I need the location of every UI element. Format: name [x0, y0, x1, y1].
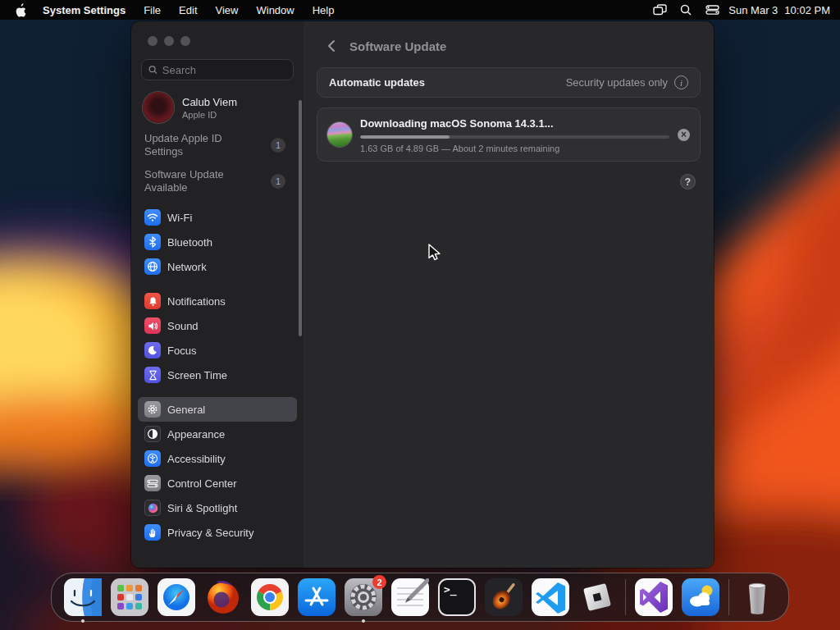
dock-vscode[interactable]	[532, 578, 569, 616]
dock-chrome[interactable]	[251, 578, 289, 616]
sidebar-item-label: Accessibility	[167, 453, 226, 465]
dock-visual-studio[interactable]	[635, 578, 673, 616]
download-progress-bar	[360, 135, 669, 139]
accessibility-icon	[144, 450, 161, 467]
sidebar-item-label: Privacy & Security	[167, 527, 253, 539]
sidebar-item-accessibility[interactable]: Accessibility	[138, 446, 297, 471]
dock-finder[interactable]	[64, 578, 102, 616]
sidebar-item-general[interactable]: General	[138, 397, 297, 422]
automatic-updates-row[interactable]: Automatic updates Security updates only …	[317, 67, 701, 98]
notice-label: Update Apple ID Settings	[144, 132, 259, 158]
download-status: 1.63 GB of 4.89 GB — About 2 minutes rem…	[360, 144, 669, 153]
sidebar-item-privacy-security[interactable]: Privacy & Security	[138, 520, 297, 545]
search-input[interactable]	[162, 64, 286, 76]
sidebar-item-label: Control Center	[167, 477, 237, 490]
sidebar-search[interactable]	[141, 59, 294, 80]
pane-header: Software Update	[304, 21, 714, 57]
dock-system-settings[interactable]: 2	[345, 578, 382, 616]
sidebar-scrollbar[interactable]	[299, 100, 302, 336]
dock-roblox[interactable]	[578, 578, 616, 616]
sidebar-item-label: Focus	[167, 345, 196, 357]
dock-terminal[interactable]: >_	[438, 578, 476, 616]
system-settings-window: Calub Viem Apple ID Update Apple ID Sett…	[131, 21, 714, 568]
spotlight-search-icon[interactable]	[676, 2, 696, 17]
macos-sonoma-icon	[327, 122, 352, 147]
dock-app-store[interactable]	[298, 578, 336, 616]
stage-manager-icon[interactable]	[650, 2, 669, 17]
back-button[interactable]	[323, 38, 340, 54]
notice-badge: 1	[271, 138, 285, 153]
search-icon	[148, 65, 158, 75]
hourglass-icon	[144, 367, 161, 383]
automatic-updates-value: Security updates only	[566, 76, 668, 89]
info-icon[interactable]: i	[674, 75, 688, 89]
help-button[interactable]: ?	[680, 174, 696, 189]
notice-badge: 1	[271, 174, 285, 189]
dock-garageband[interactable]	[485, 578, 523, 616]
dock-weather[interactable]	[682, 578, 719, 616]
globe-icon	[144, 258, 161, 275]
apple-menu[interactable]	[8, 3, 33, 17]
sidebar-item-label: Siri & Spotlight	[167, 502, 237, 514]
sidebar-item-label: Notifications	[167, 295, 226, 308]
sidebar-item-control-center[interactable]: Control Center	[138, 471, 297, 495]
cancel-download-button[interactable]: ×	[678, 129, 690, 141]
dock-launchpad[interactable]	[111, 578, 148, 616]
sidebar-item-siri-spotlight[interactable]: Siri & Spotlight	[138, 495, 297, 520]
sidebar-item-label: General	[167, 404, 205, 416]
sidebar-item-label: Bluetooth	[167, 236, 212, 249]
menu-file[interactable]: File	[135, 4, 169, 16]
menu-window[interactable]: Window	[248, 4, 302, 16]
close-button[interactable]	[148, 36, 158, 46]
minimize-button[interactable]	[164, 36, 174, 46]
profile-name: Calub Viem	[182, 96, 237, 108]
sidebar-item-bluetooth[interactable]: Bluetooth	[138, 230, 297, 254]
dock-notes[interactable]	[391, 578, 429, 616]
sidebar-item-network[interactable]: Network	[138, 254, 297, 279]
gear-icon	[144, 401, 161, 418]
download-title: Downloading macOS Sonoma 14.3.1...	[360, 117, 669, 130]
notice-software-update[interactable]: Software Update Available 1	[144, 167, 292, 195]
chevron-left-icon	[327, 39, 336, 52]
bluetooth-icon	[144, 234, 161, 250]
sidebar-item-label: Wi-Fi	[167, 212, 192, 224]
menu-clock[interactable]: Sun Mar 3 10:02 PM	[728, 4, 830, 16]
mouse-cursor	[428, 244, 442, 262]
menu-time: 10:02 PM	[784, 4, 830, 16]
dock-trash[interactable]	[738, 578, 776, 616]
control-center-tile-icon	[144, 475, 161, 491]
sidebar-item-appearance[interactable]: Appearance	[138, 422, 297, 446]
dock-divider	[625, 579, 626, 615]
siri-orb-icon	[144, 500, 161, 516]
dock-firefox[interactable]	[204, 578, 242, 616]
control-center-icon[interactable]	[702, 2, 722, 17]
download-card: Downloading macOS Sonoma 14.3.1... 1.63 …	[317, 107, 701, 162]
menu-app-name[interactable]: System Settings	[34, 4, 134, 16]
apple-logo-icon	[15, 3, 27, 17]
sidebar-item-wifi[interactable]: Wi-Fi	[138, 205, 297, 230]
dock-divider	[728, 579, 729, 615]
dock-safari[interactable]	[158, 578, 195, 616]
menu-edit[interactable]: Edit	[171, 4, 205, 16]
avatar	[143, 92, 174, 123]
notice-label: Software Update Available	[144, 168, 259, 194]
zoom-button[interactable]	[180, 36, 190, 46]
moon-icon	[144, 342, 161, 358]
bell-icon	[144, 293, 161, 309]
menu-view[interactable]: View	[208, 4, 247, 16]
sidebar-item-label: Screen Time	[167, 369, 227, 381]
sidebar-item-sound[interactable]: Sound	[138, 313, 297, 338]
settings-sidebar: Calub Viem Apple ID Update Apple ID Sett…	[131, 21, 304, 568]
sidebar-item-focus[interactable]: Focus	[138, 338, 297, 363]
menu-help[interactable]: Help	[304, 4, 343, 16]
notice-update-apple-id[interactable]: Update Apple ID Settings 1	[144, 131, 292, 159]
speaker-icon	[144, 317, 161, 334]
page-title: Software Update	[349, 39, 446, 53]
sidebar-item-screen-time[interactable]: Screen Time	[138, 363, 297, 387]
sidebar-item-label: Network	[167, 261, 207, 273]
profile-subtitle: Apple ID	[182, 110, 237, 120]
settings-notification-badge: 2	[372, 575, 386, 589]
wifi-icon	[144, 209, 161, 226]
sidebar-item-notifications[interactable]: Notifications	[138, 289, 297, 313]
apple-id-profile[interactable]: Calub Viem Apple ID	[143, 92, 294, 123]
